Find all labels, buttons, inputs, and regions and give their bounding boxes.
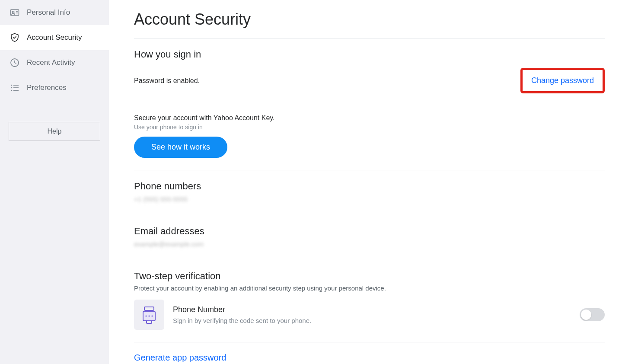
phone-numbers-title: Phone numbers bbox=[134, 181, 605, 192]
id-card-icon bbox=[10, 7, 20, 18]
shield-check-icon bbox=[10, 32, 20, 43]
help-button[interactable]: Help bbox=[9, 122, 100, 141]
change-password-highlight: Change password bbox=[520, 68, 605, 93]
main-content: Account Security How you sign in Passwor… bbox=[109, 0, 622, 364]
section-signin: How you sign in Password is enabled. Cha… bbox=[134, 38, 605, 170]
svg-rect-13 bbox=[144, 307, 154, 310]
svg-point-17 bbox=[151, 315, 153, 316]
signin-section-title: How you sign in bbox=[134, 49, 605, 60]
svg-point-16 bbox=[148, 315, 150, 316]
svg-point-3 bbox=[17, 11, 18, 12]
svg-point-4 bbox=[16, 13, 17, 13]
clock-icon bbox=[10, 57, 20, 68]
svg-point-9 bbox=[11, 87, 13, 89]
phone-number-masked: +1 (555) 555-5555 bbox=[134, 195, 605, 203]
sidebar-item-account-security[interactable]: Account Security bbox=[0, 25, 109, 50]
two-step-title: Two-step verification bbox=[134, 271, 605, 282]
sidebar-item-personal-info[interactable]: Personal Info bbox=[0, 0, 109, 25]
email-address-masked: example@example.com bbox=[134, 240, 605, 248]
account-key-subtitle: Use your phone to sign in bbox=[134, 124, 605, 131]
password-status-text: Password is enabled. bbox=[134, 77, 200, 85]
sidebar-item-label: Preferences bbox=[27, 83, 67, 92]
two-step-subtitle: Protect your account by enabling an addi… bbox=[134, 284, 605, 292]
svg-point-1 bbox=[12, 11, 14, 13]
sidebar-item-recent-activity[interactable]: Recent Activity bbox=[0, 50, 109, 75]
see-how-it-works-button[interactable]: See how it works bbox=[134, 137, 227, 158]
list-icon bbox=[10, 83, 20, 93]
help-button-label: Help bbox=[48, 128, 62, 135]
sidebar-item-label: Personal Info bbox=[27, 8, 70, 17]
sidebar: Personal Info Account Security Recent Ac… bbox=[0, 0, 109, 364]
generate-app-password-link[interactable]: Generate app password bbox=[134, 353, 226, 363]
svg-rect-18 bbox=[147, 321, 152, 323]
page-title: Account Security bbox=[134, 4, 605, 38]
svg-point-15 bbox=[145, 315, 147, 316]
sidebar-item-label: Account Security bbox=[27, 33, 82, 42]
section-phone-numbers: Phone numbers +1 (555) 555-5555 bbox=[134, 170, 605, 215]
section-app-password: Generate app password Create a one-time … bbox=[134, 342, 605, 364]
change-password-link[interactable]: Change password bbox=[531, 76, 594, 85]
email-addresses-title: Email addresses bbox=[134, 226, 605, 237]
sidebar-item-label: Recent Activity bbox=[27, 58, 75, 67]
phone-verification-icon bbox=[134, 300, 164, 330]
svg-point-11 bbox=[11, 90, 13, 91]
account-key-title: Secure your account with Yahoo Account K… bbox=[134, 114, 605, 122]
section-email-addresses: Email addresses example@example.com bbox=[134, 215, 605, 260]
sidebar-item-preferences[interactable]: Preferences bbox=[0, 75, 109, 100]
two-step-toggle[interactable] bbox=[580, 308, 605, 321]
section-two-step: Two-step verification Protect your accou… bbox=[134, 260, 605, 342]
two-step-method-label: Phone Number bbox=[173, 305, 311, 314]
svg-point-5 bbox=[17, 13, 18, 13]
svg-point-2 bbox=[16, 11, 17, 12]
svg-point-7 bbox=[11, 85, 13, 86]
two-step-method-desc: Sign in by verifying the code sent to yo… bbox=[173, 317, 311, 324]
